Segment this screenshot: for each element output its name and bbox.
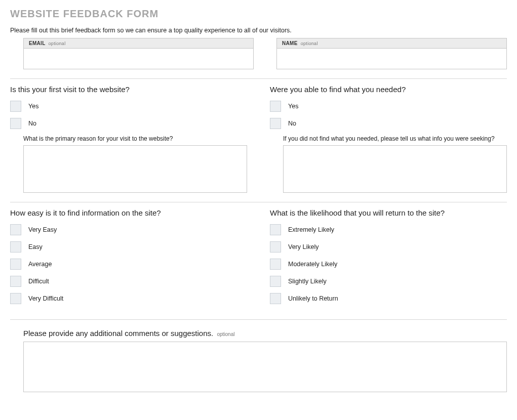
ease-very-easy-checkbox[interactable] <box>10 224 21 235</box>
ease-very-easy-row: Very Easy <box>10 224 247 235</box>
divider <box>10 78 507 79</box>
not-found-box <box>283 145 507 193</box>
ease-very-difficult-checkbox[interactable] <box>10 293 21 304</box>
name-input[interactable] <box>277 49 506 69</box>
name-optional: optional <box>301 41 318 46</box>
name-label-header: NAME optional <box>277 38 506 49</box>
primary-reason-box <box>23 145 247 193</box>
ease-very-easy-label: Very Easy <box>28 226 57 233</box>
return-extremely-checkbox[interactable] <box>270 224 281 235</box>
return-slightly-label: Slightly Likely <box>288 278 327 285</box>
find-needed-no-row: No <box>270 118 507 129</box>
email-input[interactable] <box>24 49 253 69</box>
intro-text: Please fill out this brief feedback form… <box>10 27 507 34</box>
divider <box>10 202 507 202</box>
ease-easy-label: Easy <box>28 243 43 250</box>
return-unlikely-label: Unlikely to Return <box>288 295 338 302</box>
first-visit-no-checkbox[interactable] <box>10 118 21 129</box>
ease-very-difficult-row: Very Difficult <box>10 293 247 304</box>
ease-difficult-row: Difficult <box>10 276 247 287</box>
return-question: What is the likelihood that you will ret… <box>270 208 507 217</box>
comments-label: Please provide any additional comments o… <box>23 329 213 338</box>
ease-easy-row: Easy <box>10 241 247 253</box>
return-very-label: Very Likely <box>288 243 319 250</box>
ease-average-row: Average <box>10 259 247 270</box>
not-found-textarea[interactable] <box>284 146 506 192</box>
page-title: WEBSITE FEEDBACK FORM <box>10 8 507 20</box>
find-needed-yes-label: Yes <box>288 103 298 110</box>
first-visit-no-row: No <box>10 118 247 129</box>
return-extremely-label: Extremely Likely <box>288 226 334 233</box>
first-visit-yes-checkbox[interactable] <box>10 101 21 112</box>
divider <box>10 319 507 320</box>
find-needed-yes-checkbox[interactable] <box>270 101 281 112</box>
return-extremely-row: Extremely Likely <box>270 224 507 235</box>
not-found-question: If you did not find what you needed, ple… <box>283 135 507 142</box>
ease-very-difficult-label: Very Difficult <box>28 295 63 302</box>
email-label-header: EMAIL optional <box>24 38 253 49</box>
name-field-box: NAME optional <box>276 38 507 69</box>
first-visit-no-label: No <box>28 120 36 127</box>
name-label: NAME <box>282 40 298 46</box>
return-unlikely-row: Unlikely to Return <box>270 293 507 304</box>
return-slightly-checkbox[interactable] <box>270 276 281 287</box>
return-slightly-row: Slightly Likely <box>270 276 507 287</box>
first-visit-question: Is this your first visit to the website? <box>10 85 247 94</box>
return-very-row: Very Likely <box>270 241 507 253</box>
first-visit-yes-label: Yes <box>28 103 38 110</box>
ease-average-label: Average <box>28 261 52 268</box>
ease-average-checkbox[interactable] <box>10 259 21 270</box>
comments-textarea[interactable] <box>24 342 506 392</box>
find-needed-question: Were you able to find what you needed? <box>270 85 507 94</box>
return-moderately-label: Moderately Likely <box>288 261 337 268</box>
primary-reason-textarea[interactable] <box>24 146 247 192</box>
comments-box <box>23 342 507 392</box>
ease-difficult-label: Difficult <box>28 278 49 285</box>
comments-label-row: Please provide any additional comments o… <box>23 329 507 338</box>
return-moderately-checkbox[interactable] <box>270 259 281 270</box>
email-field-box: EMAIL optional <box>23 38 254 69</box>
email-optional: optional <box>49 41 66 46</box>
find-needed-no-checkbox[interactable] <box>270 118 281 129</box>
find-needed-no-label: No <box>288 120 296 127</box>
return-moderately-row: Moderately Likely <box>270 259 507 270</box>
comments-optional: optional <box>217 331 234 337</box>
return-unlikely-checkbox[interactable] <box>270 293 281 304</box>
first-visit-yes-row: Yes <box>10 101 247 112</box>
ease-easy-checkbox[interactable] <box>10 241 21 253</box>
ease-question: How easy is it to find information on th… <box>10 208 247 217</box>
return-very-checkbox[interactable] <box>270 241 281 253</box>
find-needed-yes-row: Yes <box>270 101 507 112</box>
email-label: EMAIL <box>29 40 45 46</box>
primary-reason-question: What is the primary reason for your visi… <box>23 135 247 142</box>
ease-difficult-checkbox[interactable] <box>10 276 21 287</box>
